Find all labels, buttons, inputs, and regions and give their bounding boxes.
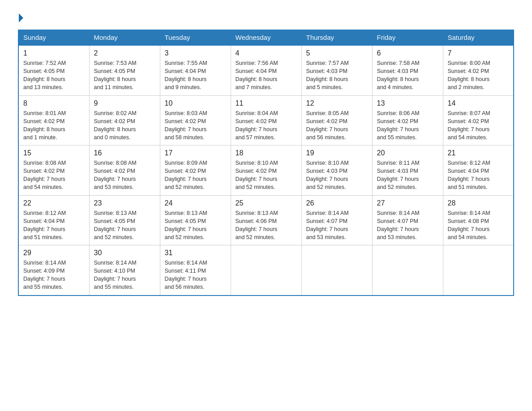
day-number: 31	[165, 249, 226, 257]
day-number: 25	[236, 199, 297, 207]
day-number: 20	[377, 149, 438, 157]
day-info: Sunrise: 8:00 AMSunset: 4:02 PMDaylight:…	[448, 59, 509, 92]
day-info: Sunrise: 8:06 AMSunset: 4:02 PMDaylight:…	[377, 109, 438, 142]
day-number: 30	[94, 249, 155, 257]
day-number: 1	[23, 49, 85, 57]
day-info: Sunrise: 8:13 AMSunset: 4:05 PMDaylight:…	[165, 209, 226, 242]
day-number: 23	[94, 199, 155, 207]
day-info: Sunrise: 8:03 AMSunset: 4:02 PMDaylight:…	[165, 109, 226, 142]
day-info: Sunrise: 8:14 AMSunset: 4:09 PMDaylight:…	[23, 259, 85, 291]
day-number: 17	[165, 149, 226, 157]
day-info: Sunrise: 8:08 AMSunset: 4:02 PMDaylight:…	[94, 159, 155, 192]
calendar-cell: 30Sunrise: 8:14 AMSunset: 4:10 PMDayligh…	[89, 245, 160, 295]
calendar-cell: 15Sunrise: 8:08 AMSunset: 4:02 PMDayligh…	[18, 146, 89, 196]
weekday-header-wednesday: Wednesday	[231, 30, 301, 46]
day-number: 5	[306, 49, 368, 57]
day-number: 6	[377, 49, 438, 57]
day-info: Sunrise: 7:57 AMSunset: 4:03 PMDaylight:…	[306, 59, 368, 92]
calendar-cell: 1Sunrise: 7:52 AMSunset: 4:05 PMDaylight…	[18, 45, 89, 95]
day-info: Sunrise: 8:01 AMSunset: 4:02 PMDaylight:…	[23, 109, 85, 142]
calendar-cell: 12Sunrise: 8:05 AMSunset: 4:02 PMDayligh…	[301, 95, 372, 146]
calendar-cell: 26Sunrise: 8:14 AMSunset: 4:07 PMDayligh…	[301, 195, 372, 245]
calendar-cell: 31Sunrise: 8:14 AMSunset: 4:11 PMDayligh…	[160, 245, 231, 295]
calendar-cell: 8Sunrise: 8:01 AMSunset: 4:02 PMDaylight…	[18, 95, 89, 146]
day-number: 11	[236, 99, 297, 107]
day-info: Sunrise: 7:53 AMSunset: 4:05 PMDaylight:…	[94, 59, 155, 92]
day-number: 19	[306, 149, 368, 157]
calendar-cell: 4Sunrise: 7:56 AMSunset: 4:04 PMDaylight…	[231, 45, 301, 95]
calendar-cell: 6Sunrise: 7:58 AMSunset: 4:03 PMDaylight…	[372, 45, 443, 95]
day-number: 29	[23, 249, 85, 257]
day-info: Sunrise: 8:02 AMSunset: 4:02 PMDaylight:…	[94, 109, 155, 142]
calendar-cell: 29Sunrise: 8:14 AMSunset: 4:09 PMDayligh…	[18, 245, 89, 295]
calendar-week-1: 1Sunrise: 7:52 AMSunset: 4:05 PMDaylight…	[18, 45, 514, 95]
calendar-cell: 19Sunrise: 8:10 AMSunset: 4:03 PMDayligh…	[301, 146, 372, 196]
day-number: 8	[23, 99, 85, 107]
day-number: 21	[448, 149, 509, 157]
day-number: 12	[306, 99, 368, 107]
calendar-cell: 18Sunrise: 8:10 AMSunset: 4:02 PMDayligh…	[231, 146, 301, 196]
day-info: Sunrise: 8:12 AMSunset: 4:04 PMDaylight:…	[448, 159, 509, 192]
day-number: 9	[94, 99, 155, 107]
weekday-header-thursday: Thursday	[301, 30, 372, 46]
day-number: 4	[236, 49, 297, 57]
calendar-week-4: 22Sunrise: 8:12 AMSunset: 4:04 PMDayligh…	[18, 195, 514, 245]
calendar-week-2: 8Sunrise: 8:01 AMSunset: 4:02 PMDaylight…	[18, 95, 514, 146]
calendar-cell: 27Sunrise: 8:14 AMSunset: 4:07 PMDayligh…	[372, 195, 443, 245]
day-number: 13	[377, 99, 438, 107]
day-info: Sunrise: 8:08 AMSunset: 4:02 PMDaylight:…	[23, 159, 85, 192]
weekday-header-saturday: Saturday	[443, 30, 514, 46]
day-number: 2	[94, 49, 155, 57]
calendar-table: SundayMondayTuesdayWednesdayThursdayFrid…	[18, 30, 514, 296]
day-number: 24	[165, 199, 226, 207]
day-info: Sunrise: 8:14 AMSunset: 4:11 PMDaylight:…	[165, 259, 226, 291]
day-number: 10	[165, 99, 226, 107]
calendar-cell: 16Sunrise: 8:08 AMSunset: 4:02 PMDayligh…	[89, 146, 160, 196]
calendar-cell: 22Sunrise: 8:12 AMSunset: 4:04 PMDayligh…	[18, 195, 89, 245]
day-info: Sunrise: 8:13 AMSunset: 4:06 PMDaylight:…	[236, 209, 297, 242]
day-number: 27	[377, 199, 438, 207]
day-info: Sunrise: 7:58 AMSunset: 4:03 PMDaylight:…	[377, 59, 438, 92]
day-info: Sunrise: 7:55 AMSunset: 4:04 PMDaylight:…	[165, 59, 226, 92]
calendar-cell: 20Sunrise: 8:11 AMSunset: 4:03 PMDayligh…	[372, 146, 443, 196]
day-info: Sunrise: 8:05 AMSunset: 4:02 PMDaylight:…	[306, 109, 368, 142]
calendar-cell: 9Sunrise: 8:02 AMSunset: 4:02 PMDaylight…	[89, 95, 160, 146]
calendar-cell	[301, 245, 372, 295]
day-number: 15	[23, 149, 85, 157]
calendar-cell: 10Sunrise: 8:03 AMSunset: 4:02 PMDayligh…	[160, 95, 231, 146]
day-info: Sunrise: 8:11 AMSunset: 4:03 PMDaylight:…	[377, 159, 438, 192]
calendar-cell: 2Sunrise: 7:53 AMSunset: 4:05 PMDaylight…	[89, 45, 160, 95]
calendar-cell: 24Sunrise: 8:13 AMSunset: 4:05 PMDayligh…	[160, 195, 231, 245]
day-info: Sunrise: 7:56 AMSunset: 4:04 PMDaylight:…	[236, 59, 297, 92]
logo	[18, 13, 24, 21]
calendar-cell	[443, 245, 514, 295]
weekday-header-sunday: Sunday	[18, 30, 89, 46]
day-info: Sunrise: 8:14 AMSunset: 4:07 PMDaylight:…	[377, 209, 438, 242]
calendar-cell: 7Sunrise: 8:00 AMSunset: 4:02 PMDaylight…	[443, 45, 514, 95]
day-info: Sunrise: 8:14 AMSunset: 4:10 PMDaylight:…	[94, 259, 155, 291]
calendar-cell: 13Sunrise: 8:06 AMSunset: 4:02 PMDayligh…	[372, 95, 443, 146]
calendar-cell: 3Sunrise: 7:55 AMSunset: 4:04 PMDaylight…	[160, 45, 231, 95]
day-info: Sunrise: 8:14 AMSunset: 4:07 PMDaylight:…	[306, 209, 368, 242]
weekday-header-friday: Friday	[372, 30, 443, 46]
day-number: 3	[165, 49, 226, 57]
calendar-cell	[372, 245, 443, 295]
day-info: Sunrise: 7:52 AMSunset: 4:05 PMDaylight:…	[23, 59, 85, 92]
calendar-cell: 23Sunrise: 8:13 AMSunset: 4:05 PMDayligh…	[89, 195, 160, 245]
weekday-header-monday: Monday	[89, 30, 160, 46]
day-number: 26	[306, 199, 368, 207]
day-number: 22	[23, 199, 85, 207]
day-info: Sunrise: 8:04 AMSunset: 4:02 PMDaylight:…	[236, 109, 297, 142]
calendar-cell: 11Sunrise: 8:04 AMSunset: 4:02 PMDayligh…	[231, 95, 301, 146]
calendar-week-5: 29Sunrise: 8:14 AMSunset: 4:09 PMDayligh…	[18, 245, 514, 295]
day-info: Sunrise: 8:14 AMSunset: 4:08 PMDaylight:…	[448, 209, 509, 242]
calendar-cell: 5Sunrise: 7:57 AMSunset: 4:03 PMDaylight…	[301, 45, 372, 95]
calendar-cell: 28Sunrise: 8:14 AMSunset: 4:08 PMDayligh…	[443, 195, 514, 245]
calendar-cell: 21Sunrise: 8:12 AMSunset: 4:04 PMDayligh…	[443, 146, 514, 196]
calendar-body: 1Sunrise: 7:52 AMSunset: 4:05 PMDaylight…	[18, 45, 514, 295]
day-info: Sunrise: 8:13 AMSunset: 4:05 PMDaylight:…	[94, 209, 155, 242]
day-number: 14	[448, 99, 509, 107]
day-info: Sunrise: 8:07 AMSunset: 4:02 PMDaylight:…	[448, 109, 509, 142]
logo-arrow-icon	[19, 13, 23, 22]
calendar-cell: 25Sunrise: 8:13 AMSunset: 4:06 PMDayligh…	[231, 195, 301, 245]
